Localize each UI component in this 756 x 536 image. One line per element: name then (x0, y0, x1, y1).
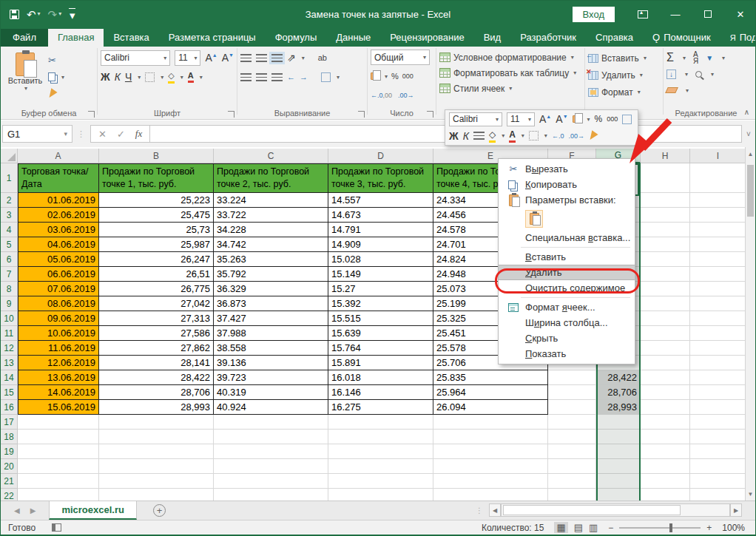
cell-D18[interactable] (328, 430, 433, 444)
mini-accounting-icon[interactable] (573, 115, 581, 123)
cell-I9[interactable] (690, 296, 746, 311)
insert-cells-button[interactable]: Вставить▾ (588, 50, 660, 67)
row-header-5[interactable]: 5 (1, 237, 18, 252)
merge-center-icon[interactable] (321, 72, 331, 82)
cell-D16[interactable]: 16.275 (328, 400, 433, 415)
cell-A10[interactable]: 09.06.2019 (18, 311, 99, 326)
cell-C1[interactable]: Продажи по Торговой точке 2, тыс. руб. (214, 163, 328, 193)
cell-C15[interactable]: 40.319 (214, 385, 328, 400)
cell-H14[interactable] (641, 370, 690, 385)
column-header-h[interactable]: H (641, 149, 690, 163)
cell-I10[interactable] (690, 311, 746, 326)
autosum-icon[interactable]: Σ (666, 51, 674, 64)
format-painter-button[interactable] (47, 86, 66, 101)
bold-button[interactable]: Ж (101, 71, 110, 83)
cell-A5[interactable]: 04.06.2019 (18, 237, 99, 252)
cell-C8[interactable]: 36.329 (214, 282, 328, 296)
decrease-decimal-icon[interactable]: ←.0,00 (371, 92, 392, 99)
menu-item-показать[interactable]: Показать (499, 346, 635, 362)
row-header-3[interactable]: 3 (1, 208, 18, 223)
cell-C11[interactable]: 37.988 (214, 326, 328, 341)
normal-view-icon[interactable]: ▦ (554, 522, 567, 533)
collapse-ribbon-icon[interactable]: ∧ (744, 108, 749, 116)
cell-G20[interactable] (596, 459, 641, 474)
scroll-up-icon[interactable]: ▲ (746, 147, 755, 160)
cell-D9[interactable]: 15.392 (328, 296, 433, 311)
align-left-icon[interactable] (240, 73, 252, 81)
name-box[interactable]: G1▾ (2, 125, 72, 143)
cell-B17[interactable] (99, 415, 214, 430)
mini-bold-button[interactable]: Ж (449, 130, 459, 142)
align-right-icon[interactable] (271, 73, 283, 81)
wrap-text-icon[interactable]: ab (318, 53, 327, 62)
mini-format-painter-icon[interactable] (587, 130, 598, 142)
cell-D11[interactable]: 15.639 (328, 326, 433, 341)
cell-A19[interactable] (18, 444, 99, 459)
cell-D14[interactable]: 16.018 (328, 370, 433, 385)
page-layout-view-icon[interactable]: ▤ (574, 522, 583, 533)
cell-A20[interactable] (18, 459, 99, 474)
cell-A22[interactable] (18, 489, 99, 501)
cell-I22[interactable] (690, 489, 746, 501)
format-as-table-button[interactable]: Форматировать как таблицу▾ (439, 65, 581, 81)
zoom-out-icon[interactable]: − (608, 523, 613, 533)
scrollbar-grip-icon[interactable]: ⋮ (476, 506, 483, 515)
cell-F22[interactable] (548, 489, 596, 501)
cancel-icon[interactable]: ✕ (98, 129, 107, 140)
cell-H3[interactable] (641, 208, 690, 223)
cell-G18[interactable] (596, 430, 641, 444)
fill-down-icon[interactable]: ↓ (666, 69, 676, 79)
delete-cells-button[interactable]: Удалить▾ (588, 67, 660, 84)
mini-comma-icon[interactable]: 000 (607, 115, 618, 123)
cell-C3[interactable]: 33.722 (214, 208, 328, 223)
row-header-11[interactable]: 11 (1, 326, 18, 341)
cell-A1[interactable]: Торговая точка/ Дата (18, 163, 99, 193)
cell-D5[interactable]: 14.909 (328, 237, 433, 252)
menu-item-очистить-содержимое[interactable]: Очистить содержимое (499, 280, 635, 296)
cell-G17[interactable] (596, 415, 641, 430)
cell-H2[interactable] (641, 193, 690, 208)
tab-формулы[interactable]: Формулы (266, 29, 327, 47)
cell-B2[interactable]: 25,223 (99, 193, 214, 208)
scroll-down-icon[interactable]: ▼ (746, 487, 755, 501)
cell-B22[interactable] (99, 489, 214, 501)
cell-G19[interactable] (596, 444, 641, 459)
cell-B18[interactable] (99, 430, 214, 444)
insert-function-icon[interactable]: fx (135, 128, 142, 140)
enter-icon[interactable]: ✓ (117, 129, 125, 140)
conditional-formatting-button[interactable]: Условное форматирование▾ (439, 50, 581, 65)
paste-button[interactable]: Вставить ▾ (4, 50, 47, 101)
cell-A21[interactable] (18, 474, 99, 489)
expand-formula-bar-icon[interactable]: ˅ (742, 130, 755, 138)
cell-I12[interactable] (690, 341, 746, 356)
cell-I7[interactable] (690, 267, 746, 282)
mini-font-name-select[interactable]: Calibri▾ (449, 112, 502, 126)
cell-G21[interactable] (596, 474, 641, 489)
mini-merge-icon[interactable] (622, 115, 632, 124)
row-header-22[interactable]: 22 (1, 489, 18, 501)
cell-A17[interactable] (18, 415, 99, 430)
cell-C17[interactable] (214, 415, 328, 430)
comma-style-icon[interactable]: 000 (402, 72, 414, 80)
cell-H5[interactable] (641, 237, 690, 252)
column-header-b[interactable]: B (99, 149, 214, 163)
cell-H19[interactable] (641, 444, 690, 459)
cell-H7[interactable] (641, 267, 690, 282)
cell-C18[interactable] (214, 430, 328, 444)
cell-H15[interactable] (641, 385, 690, 400)
row-header-4[interactable]: 4 (1, 223, 18, 237)
undo-icon[interactable]: ↶▾ (27, 9, 41, 20)
cell-A8[interactable]: 07.06.2019 (18, 282, 99, 296)
tab-файл[interactable]: Файл (1, 29, 48, 47)
menu-item-вырезать[interactable]: ✂Вырезать (499, 161, 635, 177)
column-header-i[interactable]: I (690, 149, 746, 163)
cell-C10[interactable]: 37.427 (214, 311, 328, 326)
cell-I6[interactable] (690, 252, 746, 267)
menu-item-удалить[interactable]: Удалить (499, 265, 635, 280)
cell-A4[interactable]: 03.06.2019 (18, 223, 99, 237)
scroll-left-icon[interactable]: ◀ (489, 503, 501, 517)
menu-item-ширина-столбца-[interactable]: Ширина столбца... (499, 315, 635, 330)
decrease-indent-icon[interactable]: ← (287, 72, 295, 81)
horizontal-scroll-thumb[interactable] (503, 505, 681, 515)
cell-A16[interactable]: 15.06.2019 (18, 400, 99, 415)
